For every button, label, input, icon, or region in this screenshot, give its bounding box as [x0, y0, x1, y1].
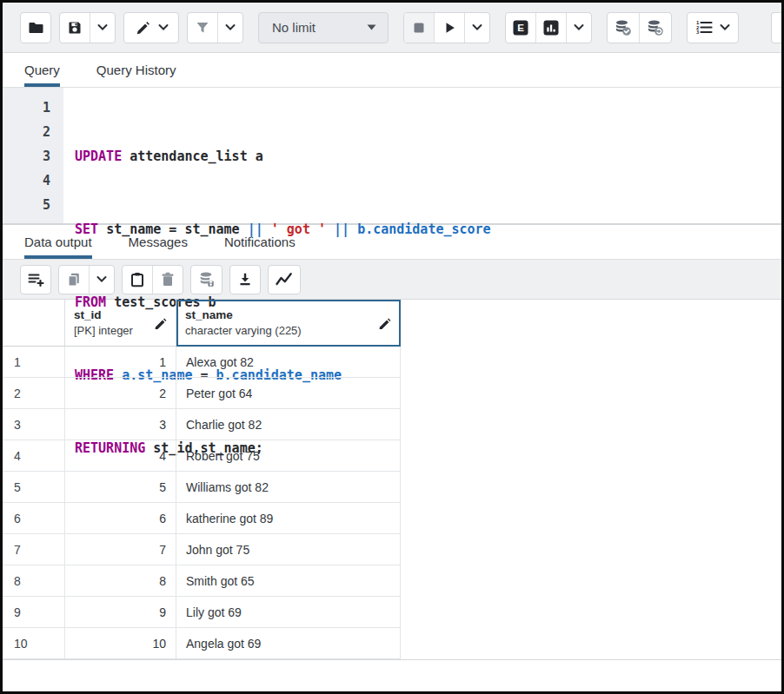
st-name-cell[interactable]: Alexa got 82: [176, 347, 401, 378]
table-row: 10 10 Angela got 69: [3, 628, 781, 659]
copy-options-dropdown[interactable]: [89, 266, 114, 294]
open-file-button[interactable]: [21, 13, 50, 43]
explain-analyze-button[interactable]: [535, 13, 566, 43]
copy-group: [58, 265, 115, 294]
st-name-cell[interactable]: Charlie got 82: [176, 409, 401, 440]
grid-header-row: st_id [PK] integer st_name character var…: [3, 300, 781, 347]
explain-options-dropdown[interactable]: [566, 13, 591, 43]
table-row: 3 3 Charlie got 82: [3, 409, 781, 440]
row-number-cell[interactable]: 2: [3, 378, 65, 409]
st-id-cell[interactable]: 10: [65, 628, 176, 659]
edit-column-icon[interactable]: [154, 316, 167, 329]
column-header-st-id[interactable]: st_id [PK] integer: [65, 300, 176, 347]
column-header-texts: st_id [PK] integer: [74, 307, 133, 339]
st-name-cell[interactable]: Robert got 75: [176, 440, 401, 472]
row-number-cell[interactable]: 8: [3, 565, 65, 597]
row-limit-select[interactable]: No limit: [258, 12, 389, 43]
sql-token: ||: [326, 221, 357, 237]
add-row-group: [20, 265, 51, 294]
rollback-button[interactable]: [639, 13, 671, 43]
st-id-cell[interactable]: 6: [65, 503, 176, 534]
st-id-cell[interactable]: 5: [65, 472, 176, 503]
chevron-down-icon: [574, 23, 584, 31]
clipped-toolbar-button[interactable]: [771, 12, 781, 43]
chevron-down-icon: [720, 23, 730, 31]
sql-code-area[interactable]: UPDATE attendance_list a SET st_name = s…: [63, 88, 491, 223]
delete-rows-button[interactable]: [152, 266, 183, 294]
chevron-down-icon: [472, 23, 482, 31]
commit-button[interactable]: [608, 13, 639, 43]
cancel-query-button[interactable]: [404, 13, 434, 43]
sql-token: b.candidate_score: [357, 221, 491, 237]
download-icon: [236, 271, 254, 288]
download-results-button[interactable]: [230, 266, 260, 294]
row-number-cell[interactable]: 9: [3, 597, 65, 628]
save-data-changes-button[interactable]: [191, 266, 222, 294]
filter-options-dropdown[interactable]: [217, 13, 243, 43]
explain-button[interactable]: E: [506, 13, 535, 43]
tab-query-history[interactable]: Query History: [96, 53, 176, 87]
st-name-cell[interactable]: Lily got 69: [176, 597, 401, 628]
save-options-dropdown[interactable]: [90, 13, 115, 43]
line-number: 1: [3, 96, 50, 120]
tab-notifications[interactable]: Notifications: [224, 225, 296, 259]
trash-icon: [159, 271, 176, 288]
save-file-button[interactable]: [60, 13, 90, 43]
st-name-cell[interactable]: Smith got 65: [176, 565, 401, 597]
column-name: st_name: [185, 307, 302, 323]
execute-options-dropdown[interactable]: [464, 13, 489, 43]
macros-dropdown-button[interactable]: 123: [688, 13, 738, 43]
edit-column-icon[interactable]: [378, 316, 391, 329]
row-number-cell[interactable]: 6: [3, 503, 65, 534]
st-id-cell[interactable]: 7: [65, 534, 176, 565]
row-number-cell[interactable]: 10: [3, 628, 65, 659]
main-toolbar: No limit E: [3, 3, 781, 53]
chevron-down-icon: [96, 275, 107, 283]
column-header-st-name[interactable]: st_name character varying (225): [176, 300, 401, 347]
copy-icon: [65, 271, 83, 288]
tab-data-output[interactable]: Data output: [24, 225, 92, 259]
row-number-cell[interactable]: 5: [3, 472, 65, 503]
copy-button[interactable]: [59, 266, 89, 294]
st-id-cell[interactable]: 1: [65, 347, 176, 378]
st-id-cell[interactable]: 8: [65, 565, 176, 597]
graph-visualiser-button[interactable]: [269, 266, 300, 294]
st-id-cell[interactable]: 4: [65, 440, 176, 472]
execute-query-button[interactable]: [434, 13, 464, 43]
folder-icon: [27, 19, 44, 36]
download-group: [229, 265, 261, 294]
row-number-cell[interactable]: 7: [3, 534, 65, 565]
sql-line: UPDATE attendance_list a: [75, 144, 491, 169]
explain-e-icon: E: [512, 19, 529, 36]
save-floppy-icon: [66, 19, 83, 36]
edit-pencil-icon: [135, 19, 152, 36]
commit-database-icon: [614, 18, 633, 37]
paste-button[interactable]: [123, 266, 152, 294]
tab-messages[interactable]: Messages: [129, 225, 188, 259]
filter-button[interactable]: [188, 13, 217, 43]
select-all-header-cell[interactable]: [3, 300, 65, 347]
st-name-cell[interactable]: John got 75: [176, 534, 401, 565]
add-row-button[interactable]: [21, 266, 50, 294]
edit-dropdown-button[interactable]: [124, 13, 178, 43]
results-grid: st_id [PK] integer st_name character var…: [3, 300, 781, 659]
horizontal-scroll-area[interactable]: [3, 659, 781, 691]
st-name-cell[interactable]: Peter got 64: [176, 378, 401, 409]
row-number-cell[interactable]: 3: [3, 409, 65, 440]
st-name-cell[interactable]: Williams got 82: [176, 472, 401, 503]
sql-editor[interactable]: 1 2 3 4 5 UPDATE attendance_list a SET s…: [3, 88, 781, 223]
row-number-cell[interactable]: 4: [3, 440, 65, 472]
line-number: 2: [3, 120, 50, 144]
table-row: 6 6 katherine got 89: [3, 503, 781, 534]
st-name-cell[interactable]: katherine got 89: [176, 503, 401, 534]
line-number: 5: [3, 193, 50, 217]
st-id-cell[interactable]: 9: [65, 597, 176, 628]
table-row: 7 7 John got 75: [3, 534, 781, 565]
st-id-cell[interactable]: 2: [65, 378, 176, 409]
st-name-cell[interactable]: Angela got 69: [176, 628, 401, 659]
st-id-cell[interactable]: 3: [65, 409, 176, 440]
row-number-cell[interactable]: 1: [3, 347, 65, 378]
table-row: 1 1 Alexa got 82: [3, 347, 781, 378]
tab-query[interactable]: Query: [24, 53, 60, 87]
edit-group: [123, 12, 179, 43]
